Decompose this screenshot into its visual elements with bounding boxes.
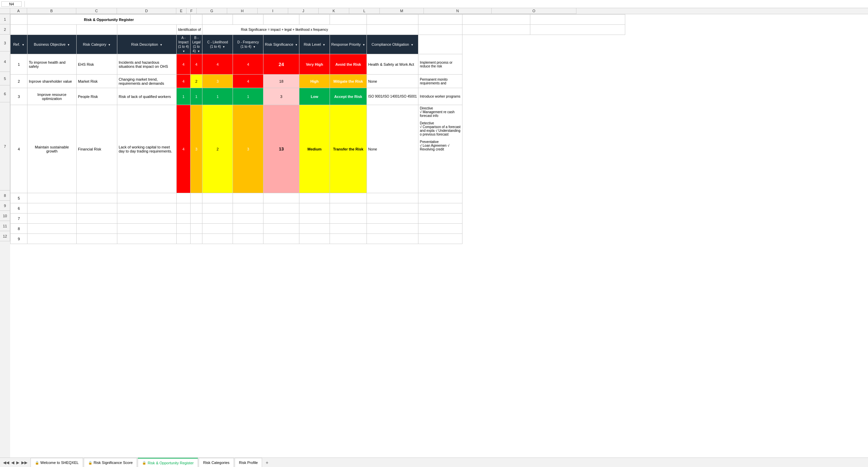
cell-ref-3[interactable]: 3 [11, 88, 27, 105]
cell-d-frequency-3[interactable]: 1 [233, 88, 263, 105]
header-compliance-obligation[interactable]: Compliance Obligation ▼ [367, 35, 418, 54]
cell-risk-cat-2[interactable]: Market Risk [77, 75, 117, 88]
header-risk-description[interactable]: Risk Description ▼ [117, 35, 177, 54]
col-header-l[interactable]: L [349, 8, 380, 14]
cell-ref-5[interactable]: 5 [11, 193, 27, 203]
col-header-o[interactable]: O [492, 8, 576, 14]
header-b-legal[interactable]: B - Legal (1 to 4) ▼ [191, 35, 202, 54]
cell-l1[interactable] [367, 15, 418, 25]
cell-risk-cat-4[interactable]: Financial Risk [77, 105, 117, 193]
header-a-impact[interactable]: A - Impact (1 to 4) ▼ [177, 35, 191, 54]
cell-e-empty-5[interactable] [177, 193, 191, 203]
cell-c-likelihood-4[interactable]: 2 [202, 105, 233, 193]
cell-g1[interactable] [202, 15, 233, 25]
cell-ref-6[interactable]: 6 [11, 203, 27, 214]
row-num-9[interactable]: 9 [0, 201, 10, 211]
d-frequency-filter-icon[interactable]: ▼ [253, 45, 256, 49]
cell-f1[interactable] [191, 15, 202, 25]
col-header-a[interactable]: A [10, 8, 27, 14]
col-header-e[interactable]: E [176, 8, 186, 14]
nav-prev[interactable]: ◀ [10, 460, 15, 465]
risk-description-filter-icon[interactable]: ▼ [160, 43, 162, 46]
a-impact-filter-icon[interactable]: ▼ [182, 50, 185, 53]
cell-business-obj-3[interactable]: Improve resource optimization [27, 88, 77, 105]
cell-j1[interactable] [299, 15, 330, 25]
cell-m2[interactable] [418, 25, 462, 35]
header-business-objective[interactable]: Business Objective ▼ [27, 35, 77, 54]
cell-g-empty-5[interactable] [202, 193, 233, 203]
cell-compliance-4[interactable]: None [367, 105, 418, 193]
cell-risk-desc-1[interactable]: Incidents and hazardous situations that … [117, 54, 177, 75]
compliance-obligation-filter-icon[interactable]: ▼ [411, 43, 413, 46]
response-priority-filter-icon[interactable]: ▼ [362, 43, 365, 46]
add-sheet-button[interactable]: + [263, 459, 271, 467]
cell-response-3[interactable]: Accept the Risk [330, 88, 367, 105]
col-header-j[interactable]: J [288, 8, 319, 14]
cell-a-impact-4[interactable]: 4 [177, 105, 191, 193]
cell-compliance-1[interactable]: Health & Safety at Work Act [367, 54, 418, 75]
cell-c2[interactable] [77, 25, 117, 35]
cell-notes-2[interactable]: Permanent monito requirements and [418, 75, 462, 88]
header-risk-level[interactable]: Risk Level ▼ [299, 35, 330, 54]
cell-k-empty-5[interactable] [330, 193, 367, 203]
cell-risk-level-3[interactable]: Low [299, 88, 330, 105]
cell-risk-cat-3[interactable]: People Risk [77, 88, 117, 105]
row-num-3[interactable]: 3 [0, 35, 10, 52]
ref-filter-icon[interactable]: ▼ [22, 43, 24, 46]
cell-notes-3[interactable]: Introduce worker programs [418, 88, 462, 105]
row-num-4[interactable]: 4 [0, 52, 10, 72]
tab-risk-profile[interactable]: Risk Profile [235, 458, 262, 467]
cell-b-legal-2[interactable]: 2 [191, 75, 202, 88]
cell-risk-cat-1[interactable]: EHS Risk [77, 54, 117, 75]
row-num-5[interactable]: 5 [0, 72, 10, 85]
cell-c-likelihood-3[interactable]: 1 [202, 88, 233, 105]
cell-d-frequency-4[interactable]: 3 [233, 105, 263, 193]
cell-business-obj-4[interactable]: Maintain sustainable growth [27, 105, 77, 193]
cell-n1[interactable] [462, 15, 530, 25]
row-num-1[interactable]: 1 [0, 14, 10, 24]
nav-first[interactable]: ◀◀ [2, 460, 10, 465]
risk-significance-filter-icon[interactable]: ▼ [295, 43, 298, 46]
header-risk-category[interactable]: Risk Category ▼ [77, 35, 117, 54]
col-header-h[interactable]: H [227, 8, 258, 14]
cell-c-empty-5[interactable] [77, 193, 117, 203]
cell-b-legal-4[interactable]: 3 [191, 105, 202, 193]
cell-ref-7[interactable]: 7 [11, 214, 27, 224]
cell-b2[interactable] [27, 25, 77, 35]
nav-next[interactable]: ▶ [15, 460, 20, 465]
cell-c-likelihood-2[interactable]: 3 [202, 75, 233, 88]
cell-risk-level-2[interactable]: High [299, 75, 330, 88]
nav-last[interactable]: ▶▶ [20, 460, 28, 465]
header-c-likelihood[interactable]: C - Likelihood (1 to 4) ▼ [202, 35, 233, 54]
cell-ref-4[interactable]: 4 [11, 105, 27, 193]
cell-h1[interactable] [233, 15, 263, 25]
cell-risk-desc-3[interactable]: Risk of lack of qualified workers [117, 88, 177, 105]
cell-ref-1[interactable]: 1 [11, 54, 27, 75]
cell-compliance-2[interactable]: None [367, 75, 418, 88]
row-num-2[interactable]: 2 [0, 24, 10, 35]
col-header-n[interactable]: N [424, 8, 492, 14]
business-objective-filter-icon[interactable]: ▼ [67, 43, 70, 46]
col-header-f[interactable]: F [186, 8, 197, 14]
c-likelihood-filter-icon[interactable]: ▼ [222, 45, 225, 49]
tab-welcome[interactable]: 🔒 Welcome to SHEQXEL [31, 458, 83, 467]
cell-risk-level-4[interactable]: Medium [299, 105, 330, 193]
tab-risk-significance-score[interactable]: 🔒 Risk Significance Score [84, 458, 137, 467]
cell-risk-sig-3[interactable]: 3 [263, 88, 299, 105]
cell-business-obj-2[interactable]: Inprove shareholder value [27, 75, 77, 88]
cell-a-impact-3[interactable]: 1 [177, 88, 191, 105]
row-num-6[interactable]: 6 [0, 85, 10, 102]
cell-b-empty-5[interactable] [27, 193, 77, 203]
cell-d-frequency-1[interactable]: 4 [233, 54, 263, 75]
cell-compliance-3[interactable]: ISO 9001/ISO 14001/ISO 45001 [367, 88, 418, 105]
cell-d-empty-5[interactable] [117, 193, 177, 203]
cell-risk-desc-4[interactable]: Lack of working capital to meet day to d… [117, 105, 177, 193]
cell-response-2[interactable]: Mitigate the Risk [330, 75, 367, 88]
col-header-d[interactable]: D [117, 8, 176, 14]
cell-response-1[interactable]: Avoid the Risk [330, 54, 367, 75]
cell-response-4[interactable]: Transfer the Risk [330, 105, 367, 193]
cell-ref-2[interactable]: 2 [11, 75, 27, 88]
cell-i1[interactable] [263, 15, 299, 25]
cell-m-empty-5[interactable] [418, 193, 462, 203]
header-response-priority[interactable]: Response Priority ▼ [330, 35, 367, 54]
